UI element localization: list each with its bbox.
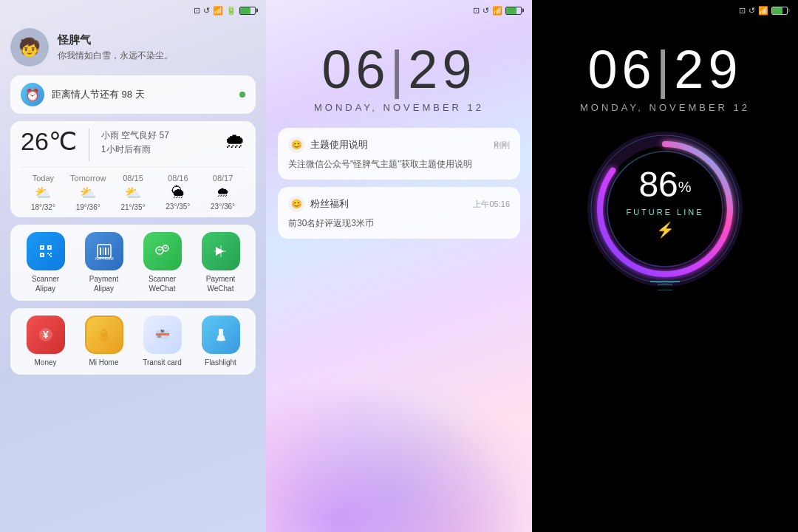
battery-indicator-mid (505, 7, 522, 15)
forecast-icon-2: ⛅ (125, 185, 141, 201)
clock-time-right: 06|29 (588, 43, 743, 96)
app-icon-mihome (85, 316, 123, 354)
svg-point-13 (164, 248, 166, 249)
signal-icon-mid: ⊡ (473, 6, 480, 16)
svg-point-11 (158, 249, 160, 250)
svg-rect-1 (49, 247, 50, 248)
app-icon-payment-alipay: ALPY.COM (85, 232, 123, 270)
forecast-temp-3: 23°/35° (166, 202, 190, 211)
notif-app-icon-1: 😊 (288, 137, 304, 153)
notification-card-2[interactable]: 😊 粉丝福利 上午05:16 前30名好评返现3米币 (278, 187, 520, 239)
app-label-mihome: Mi Home (89, 358, 118, 367)
weather-card: 26℃ 小雨 空气良好 57 1小时后有雨 🌧 Today ⛅ 18°/32° … (10, 121, 256, 217)
svg-rect-5 (103, 248, 103, 255)
signal-icon: ⊡ (194, 6, 200, 16)
battery-indicator (239, 7, 256, 15)
svg-rect-2 (41, 254, 43, 256)
weather-desc1: 小雨 空气良好 57 (101, 129, 169, 143)
decorative-swirl (266, 355, 532, 532)
battery-pct-value: 86 (638, 165, 678, 204)
notifications-area: 😊 主题使用说明 刚刚 关注微信公众号"怪脾气主题"获取主题使用说明 😊 粉丝福… (266, 128, 532, 239)
svg-rect-19 (156, 333, 169, 335)
app-label-money: Money (34, 358, 56, 367)
notif-app-icon-2: 😊 (288, 196, 304, 212)
battery-indicator-right (771, 7, 788, 15)
signal-bars-icon: 🔋 (226, 6, 236, 16)
reminder-icon: ⏰ (21, 83, 44, 106)
forecast-tomorrow: Tomorrow ⛅ 19°/36° (66, 174, 111, 211)
svg-rect-0 (41, 247, 43, 248)
weather-divider (89, 129, 89, 161)
apps-card-1: ScannerAlipay ALPY.COM PaymentAlipay (10, 225, 256, 301)
profile-row: 🧒 怪脾气 你我情如白雪，永远不染尘。 (10, 21, 256, 75)
svg-rect-4 (100, 248, 101, 255)
app-transit-card[interactable]: Mi Transit card (136, 316, 189, 367)
app-payment-wechat[interactable]: PaymentWeChat (194, 232, 248, 293)
status-bar-middle: ⊡ ↺ 📶 (266, 0, 532, 21)
forecast-d3: 08/16 🌦 23°/35° (155, 174, 200, 211)
forecast-label-0: Today (33, 174, 54, 183)
battery-brand-label: FUTURE LINE (626, 208, 703, 216)
middle-panel: ⊡ ↺ 📶 06|29 MONDAY, NOVEMBER 12 😊 主题使用说明… (266, 0, 532, 532)
profile-text: 怪脾气 你我情如白雪，永远不染尘。 (58, 33, 173, 62)
weather-description: 小雨 空气良好 57 1小时后有雨 (101, 129, 169, 157)
forecast-label-4: 08/17 (213, 174, 233, 183)
battery-percentage-display: 86% FUTURE LINE ⚡ (626, 164, 703, 239)
app-scanner-alipay[interactable]: ScannerAlipay (19, 232, 72, 293)
notif-time-1: 刚刚 (494, 140, 510, 151)
forecast-temp-2: 21°/35° (120, 203, 145, 211)
wifi-icon: 📶 (213, 6, 223, 16)
app-label-scanner-alipay: ScannerAlipay (32, 274, 59, 293)
status-bar-left: ⊡ ↺ 📶 🔋 (10, 0, 256, 21)
forecast-row: Today ⛅ 18°/32° Tomorrow ⛅ 19°/36° 08/15… (21, 167, 245, 211)
svg-rect-6 (105, 248, 106, 255)
svg-point-10 (163, 245, 168, 251)
battery-bolt-icon: ⚡ (626, 221, 703, 239)
forecast-label-1: Tomorrow (70, 174, 106, 183)
user-motto: 你我情如白雪，永远不染尘。 (58, 50, 173, 62)
svg-point-14 (166, 248, 167, 249)
clock-date-right: MONDAY, NOVEMBER 12 (580, 102, 750, 113)
clock-minutes: 29 (408, 40, 476, 99)
battery-circle-container: 86% FUTURE LINE ⚡ (532, 128, 798, 290)
left-panel: ⊡ ↺ 📶 🔋 🧒 怪脾气 你我情如白雪，永远不染尘。 ⏰ 距离情人节还有 98… (0, 0, 266, 532)
avatar[interactable]: 🧒 (10, 28, 49, 66)
notification-card-1[interactable]: 😊 主题使用说明 刚刚 关注微信公众号"怪脾气主题"获取主题使用说明 (278, 128, 520, 180)
app-money[interactable]: ¥ Money (19, 316, 72, 367)
forecast-today: Today ⛅ 18°/32° (21, 174, 66, 211)
notif-content-1: 关注微信公众号"怪脾气主题"获取主题使用说明 (288, 157, 510, 171)
sync-icon: ↺ (203, 6, 210, 16)
username: 怪脾气 (58, 33, 173, 47)
notif-app-name-2: 粉丝福利 (310, 197, 467, 211)
right-time-separator: | (656, 40, 675, 99)
app-icon-scanner-wechat (143, 232, 182, 270)
forecast-temp-4: 23°/36° (211, 202, 235, 211)
notif-header-2: 😊 粉丝福利 上午05:16 (288, 196, 510, 212)
notif-content-2: 前30名好评返现3米币 (288, 216, 510, 230)
svg-text:Mi: Mi (160, 330, 164, 333)
clock-hours: 06 (322, 40, 390, 99)
reminder-card[interactable]: ⏰ 距离情人节还有 98 天 (10, 75, 256, 114)
forecast-icon-1: ⛅ (80, 185, 96, 201)
forecast-d4: 08/17 🌧 23°/36° (200, 174, 245, 211)
wifi-icon-mid: 📶 (492, 6, 502, 16)
wifi-icon-right: 📶 (758, 6, 768, 16)
app-label-scanner-wechat: ScannerWeChat (149, 274, 176, 293)
app-flashlight[interactable]: Flashlight (194, 316, 248, 367)
forecast-temp-0: 18°/32° (31, 203, 55, 211)
clock-time-middle: 06|29 (322, 43, 477, 96)
status-bar-right: ⊡ ↺ 📶 (532, 0, 798, 21)
notif-app-name-1: 主题使用说明 (310, 138, 488, 151)
app-icon-transit-card: Mi (143, 316, 182, 354)
svg-point-12 (160, 249, 161, 250)
app-scanner-wechat[interactable]: ScannerWeChat (136, 232, 189, 293)
temperature: 26℃ (21, 129, 77, 154)
svg-rect-7 (108, 248, 109, 255)
right-clock-hours: 06 (588, 40, 656, 99)
right-clock-minutes: 29 (674, 40, 742, 99)
clock-area-right: 06|29 MONDAY, NOVEMBER 12 (532, 21, 798, 113)
weather-icon: 🌧 (225, 129, 245, 153)
app-payment-alipay[interactable]: ALPY.COM PaymentAlipay (78, 232, 131, 293)
app-mihome[interactable]: Mi Home (78, 316, 131, 367)
reminder-text: 距离情人节还有 98 天 (52, 88, 232, 101)
